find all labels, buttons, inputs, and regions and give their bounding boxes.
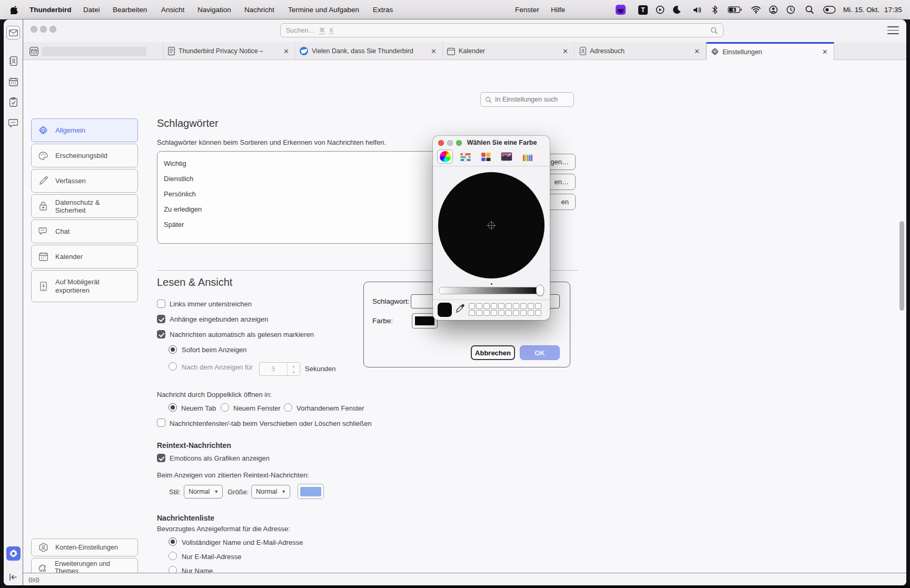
quote-color-button[interactable] bbox=[298, 484, 324, 499]
tab-close-icon[interactable]: ✕ bbox=[429, 47, 438, 55]
color-wheel-area[interactable] bbox=[438, 172, 545, 278]
tab-account[interactable] bbox=[25, 42, 164, 60]
t-app-icon[interactable]: T bbox=[638, 5, 648, 15]
tab-adressbuch[interactable]: Adressbuch ✕ bbox=[575, 42, 706, 60]
menu-fenster[interactable]: Fenster bbox=[515, 0, 539, 19]
menu-bearbeiten[interactable]: Bearbeiten bbox=[113, 0, 147, 19]
swatch-cell[interactable] bbox=[491, 310, 497, 316]
name-only-radio[interactable] bbox=[169, 566, 177, 573]
auto-mark-read-checkbox[interactable] bbox=[157, 330, 165, 338]
color-wheel-crosshair[interactable] bbox=[488, 222, 495, 229]
spotlight-search-icon[interactable] bbox=[804, 5, 815, 15]
swatch-cell[interactable] bbox=[520, 303, 527, 309]
brightness-slider-thumb[interactable] bbox=[536, 285, 544, 296]
swatch-cell[interactable] bbox=[469, 310, 475, 316]
volume-icon[interactable] bbox=[692, 5, 703, 15]
tab-close-icon[interactable]: ✕ bbox=[561, 47, 570, 55]
swatch-cell[interactable] bbox=[476, 303, 482, 309]
sidebar-item-allgemein[interactable]: Allgemein bbox=[31, 118, 138, 142]
sidebar-item-chat[interactable]: Chat bbox=[31, 220, 138, 243]
swatch-cell[interactable] bbox=[506, 303, 512, 309]
swatch-cell[interactable] bbox=[483, 310, 490, 316]
swatch-cell[interactable] bbox=[498, 303, 505, 309]
delay-seconds-stepper[interactable]: 5 ▲▼ bbox=[259, 362, 300, 376]
pencils-tab[interactable] bbox=[519, 150, 535, 164]
open-existing-window-radio[interactable] bbox=[284, 403, 292, 412]
tab-close-icon[interactable]: ✕ bbox=[693, 47, 701, 55]
sidebar-item-konten-einstellungen[interactable]: Konten-Einstellungen bbox=[31, 539, 138, 556]
swatch-cell[interactable] bbox=[491, 303, 497, 309]
vertical-scrollbar-thumb[interactable] bbox=[899, 221, 904, 311]
purple-app-icon[interactable] bbox=[615, 5, 626, 15]
email-only-radio[interactable] bbox=[169, 552, 177, 560]
full-name-email-radio[interactable] bbox=[169, 537, 177, 546]
menu-app-name[interactable]: Thunderbird bbox=[29, 0, 72, 19]
mark-read-immediately-radio[interactable] bbox=[169, 345, 177, 354]
tab-kalender[interactable]: Kalender ✕ bbox=[443, 42, 575, 60]
swatch-cell[interactable] bbox=[513, 303, 519, 309]
swatch-cell[interactable] bbox=[520, 310, 527, 316]
settings-search-field[interactable] bbox=[480, 92, 574, 107]
swatch-cell[interactable] bbox=[513, 310, 519, 316]
bluetooth-icon[interactable] bbox=[709, 5, 720, 15]
settings-search-input[interactable] bbox=[495, 96, 569, 103]
brightness-slider[interactable] bbox=[439, 287, 543, 294]
swatch-cell[interactable] bbox=[528, 303, 534, 309]
control-center-icon[interactable] bbox=[823, 5, 836, 15]
color-wheel-tab[interactable] bbox=[437, 150, 453, 164]
image-palettes-tab[interactable] bbox=[499, 150, 515, 164]
stepper-arrows[interactable]: ▲▼ bbox=[287, 363, 300, 375]
traffic-light-zoom[interactable] bbox=[50, 26, 56, 33]
style-dropdown[interactable]: Normal▼ bbox=[184, 485, 223, 499]
sidebar-item-erweiterungen[interactable]: Erweiterungen und Themes bbox=[31, 558, 138, 573]
open-new-tab-radio[interactable] bbox=[169, 403, 177, 412]
underline-links-checkbox[interactable] bbox=[157, 300, 165, 308]
traffic-light-close[interactable] bbox=[31, 26, 37, 33]
swatch-cell[interactable] bbox=[483, 303, 490, 309]
sidebar-item-mobil-export[interactable]: Auf Mobilgerät exportieren bbox=[31, 270, 138, 302]
menu-nachricht[interactable]: Nachricht bbox=[244, 0, 274, 19]
space-chat-icon[interactable] bbox=[6, 116, 20, 130]
window-titlebar[interactable]: Suchen… ⌘ K bbox=[23, 19, 906, 42]
sidebar-item-datenschutz[interactable]: Datenschutz & Sicherheit bbox=[31, 194, 138, 218]
space-addressbook-icon[interactable] bbox=[6, 54, 20, 68]
close-on-move-checkbox[interactable] bbox=[157, 418, 165, 427]
space-tasks-icon[interactable] bbox=[6, 95, 20, 109]
swatch-cell[interactable] bbox=[528, 310, 534, 316]
open-new-window-radio[interactable] bbox=[221, 403, 229, 412]
menu-bar-time[interactable]: 17:35 bbox=[884, 0, 902, 19]
global-search-field[interactable]: Suchen… ⌘ K bbox=[280, 23, 724, 37]
sidebar-item-kalender[interactable]: Kalender bbox=[31, 245, 138, 268]
sidebar-item-erscheinungsbild[interactable]: Erscheinungsbild bbox=[31, 144, 138, 167]
menu-navigation[interactable]: Navigation bbox=[197, 0, 231, 19]
tab-close-icon[interactable]: ✕ bbox=[282, 47, 291, 55]
current-color-well[interactable] bbox=[438, 303, 452, 317]
menu-ansicht[interactable]: Ansicht bbox=[161, 0, 184, 19]
battery-icon[interactable] bbox=[727, 5, 742, 15]
menu-termine[interactable]: Termine und Aufgaben bbox=[288, 0, 359, 19]
wifi-icon[interactable] bbox=[750, 5, 761, 15]
cancel-button[interactable]: Abbrechen bbox=[471, 345, 515, 360]
menu-extras[interactable]: Extras bbox=[373, 0, 393, 19]
sidebar-item-verfassen[interactable]: Verfassen bbox=[31, 169, 138, 193]
color-palettes-tab[interactable] bbox=[478, 150, 494, 164]
space-mail-icon[interactable] bbox=[6, 26, 20, 39]
swatch-cell[interactable] bbox=[506, 310, 512, 316]
swatch-cell[interactable] bbox=[498, 310, 505, 316]
menu-bar-date[interactable]: Mi. 15. Okt. bbox=[843, 0, 879, 19]
swatch-cell[interactable] bbox=[535, 303, 541, 309]
collapse-rail-icon[interactable] bbox=[6, 570, 20, 584]
space-calendar-icon[interactable] bbox=[6, 75, 20, 88]
tab-close-icon[interactable]: ✕ bbox=[820, 48, 829, 56]
swatch-cell[interactable] bbox=[476, 310, 482, 316]
app-menu-button[interactable] bbox=[887, 26, 899, 34]
color-sliders-tab[interactable] bbox=[458, 150, 473, 164]
tab-welcome[interactable]: Vielen Dank, dass Sie Thunderbird ✕ bbox=[295, 42, 443, 60]
apple-menu[interactable] bbox=[11, 0, 18, 19]
user-account-icon[interactable] bbox=[768, 5, 778, 15]
size-dropdown[interactable]: Normal▼ bbox=[251, 485, 290, 499]
traffic-light-minimize[interactable] bbox=[40, 26, 47, 33]
tab-einstellungen[interactable]: Einstellungen ✕ bbox=[706, 42, 834, 60]
inline-attachments-checkbox[interactable] bbox=[157, 315, 165, 323]
play-circle-icon[interactable] bbox=[655, 5, 665, 15]
